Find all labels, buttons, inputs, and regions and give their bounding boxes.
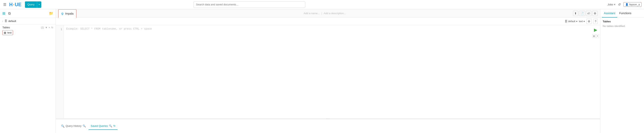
right-panel-content: Tables No tables identified. [600,18,644,30]
tables-section-title: Tables [603,20,642,23]
saved-queries-tab[interactable]: Saved Queries 🔍 ↻ [88,123,118,130]
editor-placeholder-text: Example: SELECT * FROM tablename, or pre… [66,27,588,31]
database-badge-label: default [568,20,575,23]
new-document-button[interactable]: 📄 [579,11,585,16]
tables-section: Tables (1) ▼ + ↻ ▦ test [0,24,56,37]
query-history-search-icon[interactable]: 🔍 [82,124,86,127]
add-table-icon[interactable]: + [49,26,50,29]
editor-action-buttons: ⬆ 📄 🏷 ⚙ [573,11,598,16]
tables-label: Tables [2,26,10,29]
document-icon[interactable]: ⧉ [8,11,11,16]
tables-actions: (1) ▼ + ↻ [41,26,53,29]
folder-icon[interactable]: 📁 [48,11,54,16]
run-query-button[interactable]: ▶ [594,27,598,33]
assistant-tab[interactable]: Assistant [602,9,617,18]
editor-run-buttons: ▶ ▦ ▾ [591,25,600,118]
nav-right: Jobs ≡ ↺ 👤 fayson_a [608,2,642,7]
database-selector[interactable]: 🗄 default ▾ [564,20,577,23]
database-dropdown-icon: ▾ [576,20,577,23]
table-grid-icon: ▦ [4,31,6,34]
database-icon[interactable]: ⊞ [2,11,6,16]
format-selector[interactable]: text ▾ [579,20,585,23]
query-history-icon: 🔍 [61,124,64,127]
editor-settings-button[interactable]: ⚙ [586,19,592,24]
line-numbers: 1 [56,25,64,118]
tables-header: Tables (1) ▼ + ↻ [2,26,53,29]
refresh-tables-icon[interactable]: ↻ [51,26,53,29]
undo-icon[interactable]: ↺ [618,3,621,7]
functions-tab[interactable]: Functions [617,9,634,18]
query-dropdown-arrow-icon[interactable]: ▾ [37,4,41,6]
logo-dot: · [13,2,14,8]
breadcrumb-back-icon[interactable]: ‹ [2,20,3,22]
settings-button[interactable]: ⚙ [592,11,598,16]
main-layout: ⊞ ⧉ 📁 ‹ 🗄 default Tables (1) ▼ + ↻ ▦ tes… [0,9,644,133]
tables-count-label: (1) [41,26,44,29]
hamburger-menu-icon[interactable]: ☰ [2,2,7,8]
query-button[interactable]: Query ▾ [25,2,41,8]
impala-tab[interactable]: ψ Impala [58,9,76,18]
search-input[interactable] [194,2,305,8]
tags-button[interactable]: 🏷 [586,11,592,16]
editor-tabs-bar: ψ Impala Add a name... | Add a descripti… [56,9,600,18]
left-sidebar: ⊞ ⧉ 📁 ‹ 🗄 default Tables (1) ▼ + ↻ ▦ tes… [0,9,56,133]
table-item-test[interactable]: ▦ test [2,30,13,35]
jobs-filter-icon: ≡ [614,3,616,6]
hue-logo: H · UE [9,2,21,8]
format-dropdown-icon: ▾ [584,20,585,23]
query-history-tab[interactable]: 🔍 Query History 🔍 [59,123,88,130]
sidebar-top-icons: ⊞ ⧉ 📁 [0,9,56,18]
query-button-label: Query [25,3,37,6]
editor-status-right: 🗄 default ▾ text ▾ ⚙ ? [564,19,598,24]
add-description-field[interactable]: Add a description... [324,12,346,15]
jobs-label-text: Jobs [608,3,613,6]
saved-queries-search-icon[interactable]: 🔍 [109,124,112,127]
editor-area: 1 Example: SELECT * FROM tablename, or p… [56,25,600,118]
editor-meta: Add a name... | Add a description... [301,12,348,15]
filter-icon[interactable]: ▼ [45,26,48,29]
save-document-button[interactable]: ⬆ [573,11,578,16]
tab-separator: | [322,12,322,15]
run-dropdown-button[interactable]: ▦ [592,34,596,38]
right-panel: Assistant Functions Tables No tables ide… [600,9,644,133]
bottom-tabs: 🔍 Query History 🔍 Saved Queries 🔍 ↻ [56,119,600,133]
user-icon: 👤 [625,3,628,6]
editor-toolbar: 🗄 default ▾ text ▾ ⚙ ? [56,18,600,25]
help-button[interactable]: ? [593,19,598,24]
database-badge-icon: 🗄 [564,20,568,23]
logo-ue: UE [15,2,21,8]
format-label: text [579,20,583,23]
center-content: ψ Impala Add a name... | Add a descripti… [56,9,600,133]
jobs-button[interactable]: Jobs ≡ [608,3,615,6]
saved-queries-label: Saved Queries [90,124,108,127]
query-history-label: Query History [66,124,82,127]
tab-label: Impala [65,12,74,15]
no-tables-message: No tables identified. [603,25,642,28]
breadcrumb: ‹ 🗄 default [0,18,56,24]
top-navigation: ☰ H · UE Query ▾ Jobs ≡ ↺ 👤 fayson_a [0,0,644,9]
table-name-label: test [8,31,12,34]
code-editor[interactable]: Example: SELECT * FROM tablename, or pre… [64,25,591,118]
saved-queries-refresh-icon[interactable]: ↻ [113,124,116,127]
database-breadcrumb-icon: 🗄 [4,19,7,23]
username-label: fayson_a [629,3,640,6]
run-more-button[interactable]: ▾ [596,34,599,38]
logo-h: H [9,2,12,8]
right-panel-tabs: Assistant Functions [600,9,644,18]
user-menu-button[interactable]: 👤 fayson_a [624,2,642,7]
line-number-1: 1 [56,27,64,31]
impala-icon: ψ [61,12,64,15]
bottom-panel: 🔍 Query History 🔍 Saved Queries 🔍 ↻ [56,119,600,133]
database-name-label[interactable]: default [8,20,16,23]
run-options: ▦ ▾ [592,34,599,38]
add-name-field[interactable]: Add a name... [304,12,320,15]
